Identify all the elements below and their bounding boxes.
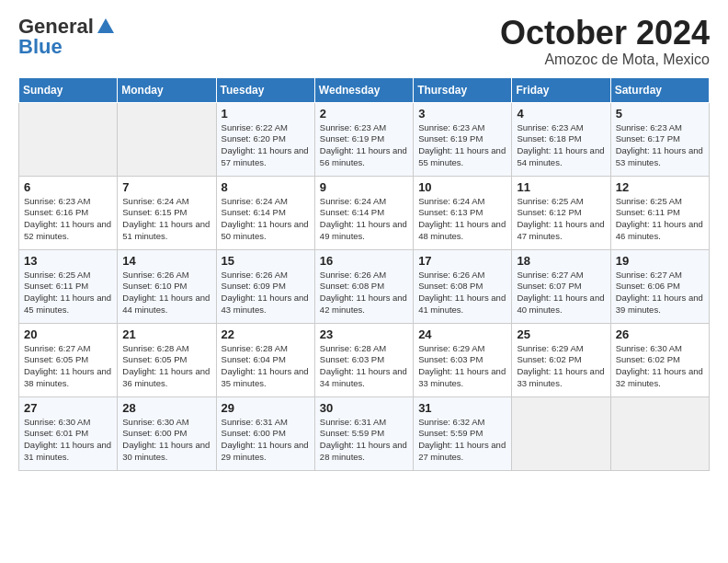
day-number: 28 <box>122 401 210 415</box>
logo-blue-text: Blue <box>18 35 63 59</box>
day-number: 16 <box>320 254 408 268</box>
day-number: 31 <box>418 401 506 415</box>
day-number: 27 <box>24 401 112 415</box>
cell-info: Sunrise: 6:28 AMSunset: 6:04 PMDaylight:… <box>222 343 310 390</box>
week-row-4: 20Sunrise: 6:27 AMSunset: 6:05 PMDayligh… <box>19 323 710 396</box>
day-number: 10 <box>418 180 506 194</box>
calendar-cell: 8Sunrise: 6:24 AMSunset: 6:14 PMDaylight… <box>216 176 314 249</box>
location-title: Amozoc de Mota, Mexico <box>500 52 710 68</box>
day-number: 13 <box>24 254 112 268</box>
header-day-tuesday: Tuesday <box>216 77 314 102</box>
cell-info: Sunrise: 6:30 AMSunset: 6:00 PMDaylight:… <box>122 417 210 464</box>
cell-info: Sunrise: 6:23 AMSunset: 6:17 PMDaylight:… <box>616 122 704 169</box>
week-row-3: 13Sunrise: 6:25 AMSunset: 6:11 PMDayligh… <box>19 249 710 323</box>
calendar-cell: 18Sunrise: 6:27 AMSunset: 6:07 PMDayligh… <box>512 249 610 323</box>
cell-info: Sunrise: 6:26 AMSunset: 6:10 PMDaylight:… <box>122 270 210 316</box>
cell-info: Sunrise: 6:24 AMSunset: 6:13 PMDaylight:… <box>418 196 506 243</box>
header-day-wednesday: Wednesday <box>314 77 413 102</box>
day-number: 14 <box>122 254 210 268</box>
header-day-sunday: Sunday <box>19 77 118 102</box>
day-number: 30 <box>320 401 408 415</box>
cell-info: Sunrise: 6:31 AMSunset: 5:59 PMDaylight:… <box>320 417 408 464</box>
title-block: October 2024 Amozoc de Mota, Mexico <box>500 15 710 68</box>
calendar-cell: 10Sunrise: 6:24 AMSunset: 6:13 PMDayligh… <box>414 176 512 249</box>
svg-marker-0 <box>97 18 114 33</box>
calendar-cell: 13Sunrise: 6:25 AMSunset: 6:11 PMDayligh… <box>19 249 118 323</box>
day-number: 15 <box>222 254 310 268</box>
day-number: 20 <box>24 327 112 341</box>
calendar-cell: 14Sunrise: 6:26 AMSunset: 6:10 PMDayligh… <box>118 249 216 323</box>
day-number: 12 <box>616 180 704 194</box>
header-day-thursday: Thursday <box>414 77 512 102</box>
calendar-cell: 11Sunrise: 6:25 AMSunset: 6:12 PMDayligh… <box>512 176 610 249</box>
cell-info: Sunrise: 6:24 AMSunset: 6:14 PMDaylight:… <box>320 196 408 243</box>
calendar-cell: 1Sunrise: 6:22 AMSunset: 6:20 PMDaylight… <box>216 102 314 176</box>
day-number: 21 <box>122 327 210 341</box>
header-day-monday: Monday <box>118 77 216 102</box>
calendar-cell: 23Sunrise: 6:28 AMSunset: 6:03 PMDayligh… <box>314 323 413 396</box>
calendar-cell: 20Sunrise: 6:27 AMSunset: 6:05 PMDayligh… <box>19 323 118 396</box>
cell-info: Sunrise: 6:26 AMSunset: 6:09 PMDaylight:… <box>222 270 310 316</box>
calendar-cell: 17Sunrise: 6:26 AMSunset: 6:08 PMDayligh… <box>414 249 512 323</box>
calendar-cell: 16Sunrise: 6:26 AMSunset: 6:08 PMDayligh… <box>314 249 413 323</box>
day-number: 1 <box>222 107 310 121</box>
cell-info: Sunrise: 6:27 AMSunset: 6:05 PMDaylight:… <box>24 343 112 390</box>
header-day-friday: Friday <box>512 77 610 102</box>
calendar-cell: 22Sunrise: 6:28 AMSunset: 6:04 PMDayligh… <box>216 323 314 396</box>
header-row: SundayMondayTuesdayWednesdayThursdayFrid… <box>19 77 710 102</box>
cell-info: Sunrise: 6:30 AMSunset: 6:02 PMDaylight:… <box>616 343 704 390</box>
week-row-5: 27Sunrise: 6:30 AMSunset: 6:01 PMDayligh… <box>19 396 710 470</box>
week-row-1: 1Sunrise: 6:22 AMSunset: 6:20 PMDaylight… <box>19 102 710 176</box>
calendar-cell <box>118 102 216 176</box>
cell-info: Sunrise: 6:25 AMSunset: 6:11 PMDaylight:… <box>616 196 704 243</box>
calendar-cell: 26Sunrise: 6:30 AMSunset: 6:02 PMDayligh… <box>610 323 709 396</box>
day-number: 19 <box>616 254 704 268</box>
calendar-cell: 7Sunrise: 6:24 AMSunset: 6:15 PMDaylight… <box>118 176 216 249</box>
day-number: 11 <box>517 180 605 194</box>
cell-info: Sunrise: 6:23 AMSunset: 6:19 PMDaylight:… <box>320 122 408 169</box>
day-number: 7 <box>122 180 210 194</box>
calendar-cell: 25Sunrise: 6:29 AMSunset: 6:02 PMDayligh… <box>512 323 610 396</box>
calendar-cell: 12Sunrise: 6:25 AMSunset: 6:11 PMDayligh… <box>610 176 709 249</box>
cell-info: Sunrise: 6:25 AMSunset: 6:12 PMDaylight:… <box>517 196 605 243</box>
calendar-cell: 31Sunrise: 6:32 AMSunset: 5:59 PMDayligh… <box>414 396 512 470</box>
cell-info: Sunrise: 6:24 AMSunset: 6:15 PMDaylight:… <box>122 196 210 243</box>
cell-info: Sunrise: 6:23 AMSunset: 6:18 PMDaylight:… <box>517 122 605 169</box>
cell-info: Sunrise: 6:27 AMSunset: 6:06 PMDaylight:… <box>616 270 704 316</box>
cell-info: Sunrise: 6:28 AMSunset: 6:05 PMDaylight:… <box>122 343 210 390</box>
cell-info: Sunrise: 6:31 AMSunset: 6:00 PMDaylight:… <box>222 417 310 464</box>
calendar-cell: 24Sunrise: 6:29 AMSunset: 6:03 PMDayligh… <box>414 323 512 396</box>
week-row-2: 6Sunrise: 6:23 AMSunset: 6:16 PMDaylight… <box>19 176 710 249</box>
page-header: General Blue October 2024 Amozoc de Mota… <box>18 15 710 68</box>
cell-info: Sunrise: 6:30 AMSunset: 6:01 PMDaylight:… <box>24 417 112 464</box>
calendar-cell <box>19 102 118 176</box>
calendar-cell: 27Sunrise: 6:30 AMSunset: 6:01 PMDayligh… <box>19 396 118 470</box>
calendar-cell: 30Sunrise: 6:31 AMSunset: 5:59 PMDayligh… <box>314 396 413 470</box>
cell-info: Sunrise: 6:23 AMSunset: 6:19 PMDaylight:… <box>418 122 506 169</box>
logo: General Blue <box>18 15 116 59</box>
day-number: 26 <box>616 327 704 341</box>
calendar-cell: 9Sunrise: 6:24 AMSunset: 6:14 PMDaylight… <box>314 176 413 249</box>
calendar-cell: 29Sunrise: 6:31 AMSunset: 6:00 PMDayligh… <box>216 396 314 470</box>
cell-info: Sunrise: 6:22 AMSunset: 6:20 PMDaylight:… <box>222 122 310 169</box>
calendar-cell: 4Sunrise: 6:23 AMSunset: 6:18 PMDaylight… <box>512 102 610 176</box>
calendar-cell: 5Sunrise: 6:23 AMSunset: 6:17 PMDaylight… <box>610 102 709 176</box>
day-number: 23 <box>320 327 408 341</box>
cell-info: Sunrise: 6:32 AMSunset: 5:59 PMDaylight:… <box>418 417 506 464</box>
day-number: 4 <box>517 107 605 121</box>
cell-info: Sunrise: 6:29 AMSunset: 6:02 PMDaylight:… <box>517 343 605 390</box>
cell-info: Sunrise: 6:23 AMSunset: 6:16 PMDaylight:… <box>24 196 112 243</box>
calendar-cell: 3Sunrise: 6:23 AMSunset: 6:19 PMDaylight… <box>414 102 512 176</box>
calendar-cell <box>512 396 610 470</box>
calendar-cell: 15Sunrise: 6:26 AMSunset: 6:09 PMDayligh… <box>216 249 314 323</box>
cell-info: Sunrise: 6:28 AMSunset: 6:03 PMDaylight:… <box>320 343 408 390</box>
day-number: 17 <box>418 254 506 268</box>
logo-icon <box>96 17 116 37</box>
calendar-cell: 2Sunrise: 6:23 AMSunset: 6:19 PMDaylight… <box>314 102 413 176</box>
calendar-cell: 19Sunrise: 6:27 AMSunset: 6:06 PMDayligh… <box>610 249 709 323</box>
calendar-cell <box>610 396 709 470</box>
cell-info: Sunrise: 6:24 AMSunset: 6:14 PMDaylight:… <box>222 196 310 243</box>
calendar-cell: 28Sunrise: 6:30 AMSunset: 6:00 PMDayligh… <box>118 396 216 470</box>
calendar-cell: 21Sunrise: 6:28 AMSunset: 6:05 PMDayligh… <box>118 323 216 396</box>
cell-info: Sunrise: 6:26 AMSunset: 6:08 PMDaylight:… <box>320 270 408 316</box>
